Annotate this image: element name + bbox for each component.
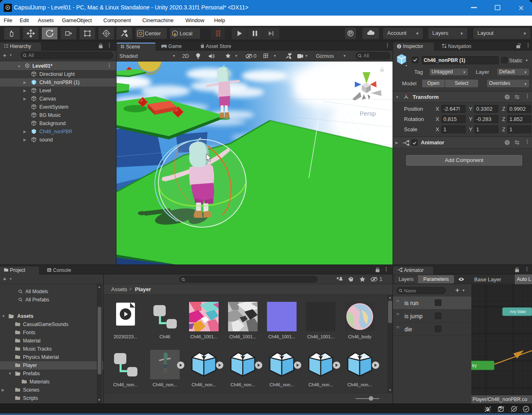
svg-text:Persp: Persp [360,110,376,117]
svg-text:?: ? [506,141,509,145]
svg-text:?: ? [506,95,509,99]
svg-text:try: try [472,363,477,368]
svg-text:Any State: Any State [510,310,526,314]
